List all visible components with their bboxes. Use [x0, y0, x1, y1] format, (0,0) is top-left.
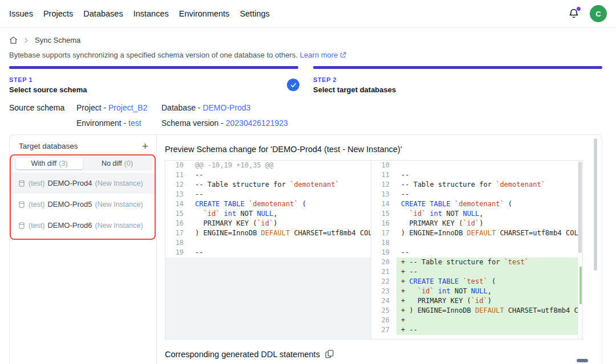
line-number: 13 [165, 190, 191, 199]
diff-scrollbar[interactable] [578, 161, 582, 339]
diff-filler-region [165, 257, 371, 339]
db-suffix: (New Instance) [95, 222, 143, 230]
nav-item-settings[interactable]: Settings [240, 9, 269, 18]
diff-line: 11-- [371, 170, 582, 180]
with-diff-count: (3) [59, 159, 67, 167]
diff-line: 26+ [371, 316, 582, 325]
line-number: 21 [371, 267, 396, 277]
line-number: 26 [371, 316, 396, 325]
add-target-database-button[interactable]: + [142, 142, 148, 150]
diff-line: 10 [371, 161, 582, 170]
ddl-statements-row: Corresponding generated DDL statements [165, 349, 334, 359]
diff-line: 17) ENGINE=InnoDB DEFAULT CHARSET=utf8mb… [371, 228, 582, 238]
diff-line: 16 PRIMARY KEY (`id`) [165, 219, 371, 228]
line-number: 10 [165, 161, 191, 170]
target-db-item[interactable]: (test)DEMO-Prod6(New Instance) [10, 215, 156, 236]
target-db-item[interactable]: (test)DEMO-Prod5(New Instance) [10, 194, 156, 215]
source-environment-link[interactable]: test [128, 118, 141, 128]
step1[interactable]: STEP 1 Select source schema [9, 76, 87, 94]
source-database-field: Database - DEMO-Prod3 [161, 103, 250, 112]
diff-line: 17) ENGINE=InnoDB DEFAULT CHARSET=utf8mb… [165, 228, 371, 238]
line-number: 27 [371, 325, 396, 335]
diff-line: 20+ -- Table structure for `test` [371, 257, 582, 267]
diff-line: 21+ -- [371, 267, 582, 277]
top-nav: IssuesProjectsDatabasesInstancesEnvironm… [0, 0, 616, 28]
line-number: 13 [371, 190, 396, 199]
line-number: 24 [371, 296, 396, 306]
line-number: 14 [165, 199, 191, 209]
line-number: 11 [371, 170, 396, 180]
step2-label: STEP 2 [313, 76, 396, 83]
intro-text-row: Bytebase supports synchronizing a specif… [9, 51, 347, 59]
line-number: 17 [165, 228, 191, 238]
db-suffix: (New Instance) [95, 201, 143, 208]
diff-scrollbar-thumb[interactable] [578, 162, 582, 253]
diff-line: 15 `id` int NOT NULL, [371, 209, 582, 219]
diff-line: 19-- [165, 248, 371, 257]
line-number: 14 [371, 199, 396, 209]
nav-right: C [568, 5, 607, 22]
diff-pane-original: 10@@ -10,19 +10,35 @@11--12-- Table stru… [165, 161, 371, 339]
line-number: 16 [371, 219, 396, 228]
home-icon[interactable] [9, 36, 18, 44]
step1-check-icon [287, 79, 299, 91]
step2[interactable]: STEP 2 Select target databases [313, 76, 396, 94]
diff-line: 12-- Table structure for `demotenant` [371, 180, 582, 190]
copy-icon[interactable] [325, 349, 334, 359]
source-project-field: Project - Project_B2 [76, 103, 148, 112]
line-number: 20 [371, 257, 396, 267]
preview-area: Preview Schema change for 'DEMO-Prod4 (t… [157, 135, 602, 364]
nav-item-issues[interactable]: Issues [9, 9, 33, 18]
diff-line: 14CREATE TABLE `demotenant` ( [165, 199, 371, 209]
diff-added-marker [579, 267, 582, 304]
avatar[interactable]: C [590, 5, 607, 22]
notifications-bell-icon[interactable] [568, 8, 579, 19]
diff-line: 22+ CREATE TABLE `test` ( [371, 277, 582, 287]
line-number: 19 [371, 248, 396, 257]
step2-title: Select target databases [313, 85, 396, 94]
tab-no-diff[interactable]: No diff (0) [84, 158, 151, 169]
db-environment: (test) [29, 222, 44, 230]
line-number: 15 [165, 209, 191, 219]
target-databases-title: Target databases [19, 142, 78, 150]
db-suffix: (New Instance) [95, 179, 143, 187]
diff-line: 24+ PRIMARY KEY (`id`) [371, 296, 582, 306]
line-number: 18 [371, 238, 396, 248]
line-number: 10 [371, 161, 396, 170]
source-database-link[interactable]: DEMO-Prod3 [202, 103, 250, 112]
nav-item-projects[interactable]: Projects [43, 9, 73, 18]
tab-with-diff[interactable]: With diff (3) [16, 158, 83, 169]
line-number: 22 [371, 277, 396, 287]
step1-progress-bar [9, 66, 298, 69]
instance-icon [18, 201, 26, 208]
diff-line: 13-- [371, 190, 582, 199]
source-project-link[interactable]: Project_B2 [108, 103, 147, 112]
nav-item-instances[interactable]: Instances [133, 9, 169, 18]
nav-item-databases[interactable]: Databases [83, 9, 123, 18]
learn-more-link[interactable]: Learn more [300, 51, 347, 59]
line-number: 12 [371, 180, 396, 190]
db-name: DEMO-Prod6 [47, 221, 92, 230]
breadcrumb: Sync Schema [9, 36, 80, 44]
line-number: 23 [371, 287, 396, 296]
horizontal-scrollbar-thumb[interactable] [577, 359, 588, 362]
instance-icon [18, 179, 26, 187]
intro-text: Bytebase supports synchronizing a specif… [9, 51, 298, 59]
line-number: 25 [371, 306, 396, 316]
panel-scrollbar-thumb[interactable] [594, 138, 597, 271]
diff-line: 11-- [165, 170, 371, 180]
target-db-list: (test)DEMO-Prod4(New Instance)(test)DEMO… [10, 173, 156, 236]
line-number: 16 [165, 219, 191, 228]
source-version-link[interactable]: 20230426121923 [226, 118, 288, 128]
schema-diff-editor[interactable]: 10@@ -10,19 +10,35 @@11--12-- Table stru… [165, 160, 583, 340]
external-link-icon [339, 51, 347, 59]
nav-item-environments[interactable]: Environments [179, 9, 230, 18]
diff-line: 18 [371, 238, 582, 248]
line-number: 17 [371, 228, 396, 238]
target-db-item[interactable]: (test)DEMO-Prod4(New Instance) [10, 173, 156, 194]
line-number: 11 [165, 170, 191, 180]
diff-line: 16 PRIMARY KEY (`id`) [371, 219, 582, 228]
notification-dot [577, 7, 581, 11]
diff-line: 15 `id` int NOT NULL, [165, 209, 371, 219]
preview-title: Preview Schema change for 'DEMO-Prod4 (t… [165, 145, 402, 154]
